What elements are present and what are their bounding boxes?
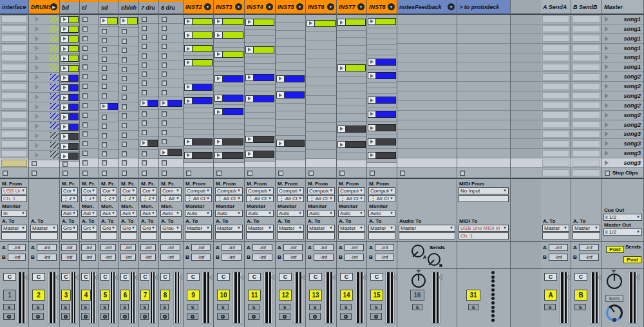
- scene-slot[interactable]: song1: [602, 35, 643, 42]
- scene-slot[interactable]: song3: [602, 160, 643, 166]
- clip-slot[interactable]: [245, 95, 274, 102]
- track-activator[interactable]: 1: [3, 290, 16, 301]
- io-chooser[interactable]: Grou▼: [100, 225, 117, 232]
- track-activator[interactable]: A: [544, 290, 557, 301]
- send-amount[interactable]: -inf: [37, 244, 57, 251]
- empty-clip-slot[interactable]: [1, 92, 27, 99]
- track-header-b-sendb[interactable]: B SendB: [571, 0, 601, 15]
- clip-stop-button[interactable]: [142, 90, 147, 95]
- clip-play-button[interactable]: [214, 152, 223, 159]
- solo-button[interactable]: S: [217, 304, 229, 310]
- fader-grip[interactable]: [566, 274, 571, 281]
- clip-play-button[interactable]: [245, 95, 254, 102]
- clip-stop-button[interactable]: [122, 123, 127, 128]
- headphone-cue-button[interactable]: [100, 313, 109, 320]
- track-header-a-senda[interactable]: A SendA: [541, 0, 571, 15]
- clip-play-button[interactable]: [184, 59, 193, 66]
- clip-slot[interactable]: [61, 35, 79, 42]
- group-clip-slot[interactable]: [29, 63, 59, 72]
- io-chooser[interactable]: Master▼: [30, 225, 58, 232]
- post-toggle-b[interactable]: Post: [623, 256, 641, 263]
- group-fold-icon[interactable]: ▶: [50, 3, 57, 10]
- clip-slot[interactable]: [214, 138, 243, 145]
- fader-grip[interactable]: [270, 274, 275, 281]
- send-amount[interactable]: -inf: [549, 244, 568, 251]
- pan-knob[interactable]: [412, 274, 426, 288]
- clip-slot[interactable]: [214, 32, 243, 39]
- io-chooser[interactable]: Compute▼: [185, 187, 212, 194]
- track-header-inst2[interactable]: INST2▼: [184, 0, 213, 15]
- track-activator[interactable]: 4: [81, 290, 91, 301]
- clip-stop-button[interactable]: [142, 53, 147, 59]
- clip-slot[interactable]: [61, 65, 79, 72]
- clip-slot[interactable]: [245, 151, 274, 158]
- empty-clip-slot[interactable]: [542, 102, 569, 109]
- scene-slot[interactable]: song3: [602, 131, 643, 137]
- headphone-cue-button[interactable]: [32, 313, 44, 320]
- clip-slot[interactable]: [245, 74, 274, 81]
- scene-slot[interactable]: song2: [602, 102, 643, 109]
- io-chooser[interactable]: ⋮ All Cha▼: [246, 195, 274, 202]
- clip-stop-button[interactable]: [460, 171, 465, 176]
- headphone-cue-button[interactable]: [81, 313, 90, 320]
- fader-grip[interactable]: [55, 274, 59, 281]
- pan-control[interactable]: C: [3, 273, 16, 281]
- clip-play-button[interactable]: [160, 100, 168, 107]
- empty-clip-slot[interactable]: [573, 83, 600, 90]
- clip-play-button[interactable]: [61, 143, 69, 150]
- io-chooser[interactable]: Com▼: [120, 187, 137, 194]
- send-amount[interactable]: -inf: [222, 244, 242, 251]
- empty-clip-slot[interactable]: [1, 25, 27, 32]
- empty-clip-slot[interactable]: [1, 44, 27, 51]
- clip-stop-button[interactable]: [122, 86, 127, 91]
- stop-all-clips-button[interactable]: [605, 171, 610, 176]
- io-chooser[interactable]: [459, 195, 509, 202]
- io-chooser[interactable]: ⋮ All Cha▼: [307, 195, 335, 202]
- send-amount[interactable]: -inf: [345, 244, 364, 251]
- io-chooser[interactable]: [61, 232, 78, 239]
- clip-slot[interactable]: [214, 51, 243, 58]
- send-amount[interactable]: -inf: [283, 254, 303, 261]
- clip-slot[interactable]: [276, 91, 305, 98]
- clip-play-button[interactable]: [184, 152, 193, 159]
- clip-slot[interactable]: [61, 84, 79, 91]
- clip-slot[interactable]: [276, 75, 305, 82]
- empty-clip-slot[interactable]: [1, 35, 27, 42]
- clip-stop-button[interactable]: [82, 46, 88, 51]
- io-chooser[interactable]: Auto▼: [185, 210, 212, 217]
- clip-stop-button[interactable]: [162, 160, 167, 165]
- io-chooser[interactable]: [1, 232, 27, 239]
- clip-stop-button[interactable]: [82, 74, 88, 79]
- clip-stop-button[interactable]: [82, 26, 88, 32]
- empty-clip-slot[interactable]: [542, 121, 569, 128]
- send-amount[interactable]: -inf: [61, 244, 77, 251]
- clip-stop-button[interactable]: [82, 151, 88, 156]
- clip-play-button[interactable]: [61, 45, 69, 52]
- clip-play-button[interactable]: [368, 124, 376, 131]
- clip-stop-button[interactable]: [370, 171, 375, 176]
- clip-play-button[interactable]: [120, 17, 128, 24]
- empty-clip-slot[interactable]: [1, 73, 27, 80]
- empty-clip-slot[interactable]: [542, 92, 569, 99]
- track-header-cl[interactable]: cl: [80, 0, 99, 15]
- send-amount[interactable]: -inf: [61, 254, 77, 261]
- pan-knob[interactable]: [607, 274, 622, 289]
- io-chooser[interactable]: [277, 232, 304, 239]
- track-header-bd[interactable]: bd: [60, 0, 79, 15]
- clip-stop-button[interactable]: [122, 95, 127, 100]
- solo-button[interactable]: S: [3, 304, 15, 310]
- group-clip-slot[interactable]: [29, 141, 59, 150]
- group-clip-slot[interactable]: [29, 151, 59, 160]
- clip-stop-button[interactable]: [32, 161, 37, 166]
- send-amount[interactable]: -inf: [252, 254, 272, 261]
- empty-clip-slot[interactable]: [573, 131, 600, 138]
- headphone-cue-button[interactable]: [120, 313, 129, 320]
- headphone-cue-button[interactable]: [61, 313, 70, 320]
- clip-stop-button[interactable]: [82, 160, 88, 165]
- clip-play-button[interactable]: [100, 103, 108, 110]
- track-activator[interactable]: B: [574, 290, 587, 301]
- send-amount[interactable]: -inf: [549, 254, 568, 261]
- clip-play-button[interactable]: [368, 97, 376, 104]
- clip-slot[interactable]: [160, 100, 182, 107]
- scene-slot[interactable]: song1: [602, 54, 643, 61]
